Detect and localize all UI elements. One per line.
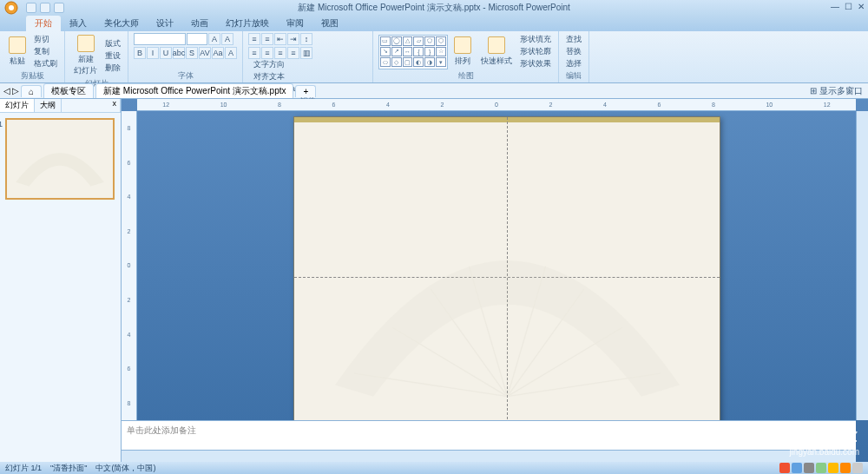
window-title: 新建 Microsoft Office PowerPoint 演示文稿.pptx… bbox=[298, 2, 570, 14]
slide-thumbnail[interactable] bbox=[5, 118, 115, 200]
group-label: 绘图 bbox=[378, 70, 553, 82]
numbering-icon[interactable]: ≡ bbox=[261, 33, 273, 45]
tray-icon[interactable] bbox=[792, 463, 802, 473]
quick-styles-button[interactable]: 快速样式 bbox=[477, 35, 516, 69]
fan-background-art bbox=[316, 213, 699, 405]
group-drawing: ▭◯△▱⬠⬡ ↘↗↔{}☆ ⬭◇▢◐◑▾ 排列 快速样式 形状填充 形状轮廓 形… bbox=[373, 31, 559, 82]
scrollbar-vertical[interactable] bbox=[856, 111, 868, 420]
align-left-icon[interactable]: ≡ bbox=[248, 47, 260, 59]
columns-icon[interactable]: ▥ bbox=[300, 47, 312, 59]
justify-icon[interactable]: ≡ bbox=[287, 47, 299, 59]
slide-canvas[interactable] bbox=[293, 116, 720, 420]
thumbnail-list bbox=[0, 113, 121, 462]
shadow-button[interactable]: S bbox=[186, 47, 198, 59]
slide-viewport[interactable] bbox=[137, 111, 856, 420]
home-tab[interactable]: ⌂ bbox=[21, 85, 42, 97]
shape-outline-button[interactable]: 形状轮廓 bbox=[518, 46, 553, 57]
replace-button[interactable]: 替换 bbox=[564, 46, 583, 57]
status-language[interactable]: 中文(简体，中国) bbox=[95, 463, 155, 474]
align-right-icon[interactable]: ≡ bbox=[274, 47, 286, 59]
indent-inc-icon[interactable]: ⇥ bbox=[287, 33, 299, 45]
tray-icon[interactable] bbox=[828, 463, 838, 473]
document-tab-strip: ◁ ▷ ⌂ 模板专区 新建 Microsoft Office PowerPoin… bbox=[0, 83, 868, 99]
ruler-horizontal: 12108642024681012 bbox=[137, 99, 856, 111]
format-painter-button[interactable]: 格式刷 bbox=[32, 58, 59, 69]
new-tab-button[interactable]: + bbox=[295, 85, 316, 97]
shape-fill-button[interactable]: 形状填充 bbox=[518, 34, 553, 45]
notes-pane[interactable]: 单击此处添加备注 bbox=[122, 420, 856, 450]
indent-dec-icon[interactable]: ⇤ bbox=[274, 33, 286, 45]
panel-tab-outline[interactable]: 大纲 bbox=[35, 99, 62, 112]
status-theme: "清香扑面" bbox=[50, 463, 87, 474]
tab-beautify[interactable]: 美化大师 bbox=[95, 16, 148, 31]
underline-button[interactable]: U bbox=[160, 47, 172, 59]
paste-button[interactable]: 粘贴 bbox=[5, 35, 30, 69]
layout-button[interactable]: 版式 bbox=[103, 38, 122, 49]
tray-icon[interactable] bbox=[840, 463, 851, 473]
close-icon[interactable]: ✕ bbox=[858, 2, 865, 11]
canvas-area: 12108642024681012 864202468 单击此处添加备注 bbox=[122, 99, 868, 462]
new-slide-icon bbox=[77, 35, 95, 52]
align-center-icon[interactable]: ≡ bbox=[261, 47, 273, 59]
delete-slide-button[interactable]: 删除 bbox=[103, 63, 122, 74]
minimize-icon[interactable]: — bbox=[831, 2, 839, 11]
group-label: 剪贴板 bbox=[5, 70, 59, 82]
tray-icon[interactable] bbox=[804, 463, 814, 473]
tray-icon[interactable] bbox=[779, 463, 790, 473]
qat-undo-icon[interactable] bbox=[40, 3, 50, 13]
multiwindow-link[interactable]: ⊞ 显示多窗口 bbox=[810, 85, 863, 97]
font-family-combo[interactable] bbox=[134, 33, 186, 45]
shrink-font-icon[interactable]: A bbox=[221, 33, 233, 45]
cut-button[interactable]: 剪切 bbox=[32, 34, 59, 45]
panel-close-icon[interactable]: x bbox=[109, 99, 122, 112]
grow-font-icon[interactable]: A bbox=[208, 33, 220, 45]
maximize-icon[interactable]: ☐ bbox=[845, 2, 852, 11]
tab-animations[interactable]: 动画 bbox=[182, 16, 217, 31]
tab-insert[interactable]: 插入 bbox=[61, 16, 95, 31]
reset-button[interactable]: 重设 bbox=[103, 50, 122, 62]
case-button[interactable]: Aa bbox=[212, 47, 224, 59]
nav-fwd-icon[interactable]: ▷ bbox=[12, 86, 19, 95]
tab-design[interactable]: 设计 bbox=[148, 16, 182, 31]
tray-icon[interactable] bbox=[816, 463, 826, 473]
tab-home[interactable]: 开始 bbox=[26, 16, 61, 31]
tab-review[interactable]: 审阅 bbox=[278, 16, 312, 31]
panel-tabs: 幻灯片 大纲 x bbox=[0, 99, 121, 113]
workspace: 幻灯片 大纲 x 12108642024681012 864202468 bbox=[0, 99, 868, 462]
bold-button[interactable]: B bbox=[134, 47, 146, 59]
text-direction-button[interactable]: 文字方向 bbox=[252, 59, 367, 70]
qat-save-icon[interactable] bbox=[26, 3, 36, 13]
find-button[interactable]: 查找 bbox=[564, 34, 583, 45]
arrange-button[interactable]: 排列 bbox=[450, 35, 475, 69]
templates-tab[interactable]: 模板专区 bbox=[43, 83, 94, 98]
font-size-combo[interactable] bbox=[187, 33, 207, 45]
line-spacing-icon[interactable]: ↕ bbox=[300, 33, 312, 45]
shapes-gallery[interactable]: ▭◯△▱⬠⬡ ↘↗↔{}☆ ⬭◇▢◐◑▾ bbox=[378, 35, 448, 69]
panel-tab-slides[interactable]: 幻灯片 bbox=[0, 99, 35, 112]
align-text-button[interactable]: 对齐文本 bbox=[252, 71, 367, 82]
office-button[interactable] bbox=[0, 0, 23, 16]
font-color-button[interactable]: A bbox=[225, 47, 237, 59]
italic-button[interactable]: I bbox=[147, 47, 159, 59]
strike-button[interactable]: abc bbox=[173, 47, 185, 59]
tab-slideshow[interactable]: 幻灯片放映 bbox=[217, 16, 278, 31]
tab-view[interactable]: 视图 bbox=[312, 16, 347, 31]
group-clipboard: 粘贴 剪切 复制 格式刷 剪贴板 bbox=[0, 31, 65, 82]
shape-effects-button[interactable]: 形状效果 bbox=[518, 58, 553, 69]
ruler-vertical: 864202468 bbox=[122, 111, 137, 420]
spacing-button[interactable]: AV bbox=[199, 47, 211, 59]
tray-icon[interactable] bbox=[852, 463, 863, 473]
bullets-icon[interactable]: ≡ bbox=[248, 33, 260, 45]
copy-button[interactable]: 复制 bbox=[32, 46, 59, 57]
qat-redo-icon[interactable] bbox=[54, 3, 64, 13]
group-label: 字体 bbox=[134, 70, 237, 82]
window-controls: — ☐ ✕ bbox=[831, 2, 865, 11]
file-tab[interactable]: 新建 Microsoft Office PowerPoint 演示文稿.pptx bbox=[95, 83, 293, 98]
scrollbar-horizontal[interactable] bbox=[122, 450, 856, 462]
select-button[interactable]: 选择 bbox=[564, 58, 583, 69]
new-slide-button[interactable]: 新建 幻灯片 bbox=[70, 33, 101, 78]
ribbon-tab-strip: 开始 插入 美化大师 设计 动画 幻灯片放映 审阅 视图 bbox=[0, 16, 868, 31]
nav-back-icon[interactable]: ◁ bbox=[3, 86, 10, 95]
ribbon: 粘贴 剪切 复制 格式刷 剪贴板 新建 幻灯片 版式 重设 删除 幻灯片 A bbox=[0, 31, 868, 83]
arrange-icon bbox=[454, 36, 471, 54]
